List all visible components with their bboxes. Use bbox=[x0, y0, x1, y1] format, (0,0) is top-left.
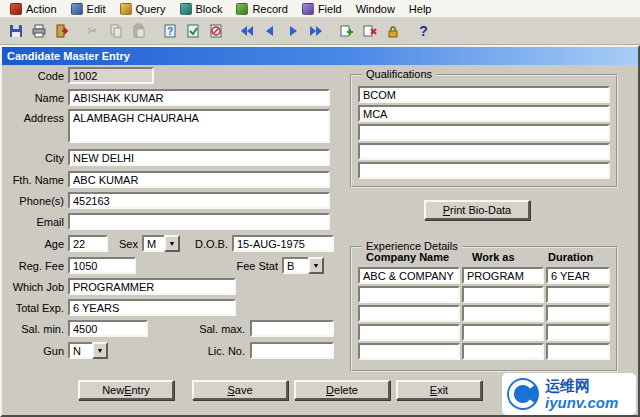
menu-block[interactable]: Block bbox=[173, 0, 230, 17]
dropdown-arrow-icon[interactable]: ▼ bbox=[308, 257, 324, 274]
previous-block-button[interactable] bbox=[235, 20, 258, 42]
fth-name-label: Fth. Name bbox=[4, 174, 64, 186]
remove-record-button[interactable] bbox=[358, 20, 381, 42]
experience-workas-field[interactable] bbox=[462, 324, 544, 341]
gun-value: N bbox=[68, 342, 92, 359]
experience-workas-field[interactable]: PROGRAM bbox=[462, 267, 544, 284]
field-menu-icon bbox=[302, 3, 314, 15]
which-job-field[interactable]: PROGRAMMER bbox=[68, 278, 236, 295]
cancel-query-icon bbox=[208, 23, 224, 39]
menu-action[interactable]: Action bbox=[3, 0, 64, 17]
qualification-field[interactable] bbox=[358, 143, 610, 160]
reg-fee-label: Reg. Fee bbox=[4, 260, 64, 272]
menu-bar: Action Edit Query Block Record Field Win… bbox=[0, 0, 640, 18]
menu-record[interactable]: Record bbox=[229, 0, 294, 17]
qualification-field[interactable] bbox=[358, 124, 610, 141]
qualification-field[interactable] bbox=[358, 162, 610, 179]
remove-record-icon bbox=[362, 23, 378, 39]
total-exp-field[interactable]: 6 YEARS bbox=[68, 299, 236, 316]
address-label: Address bbox=[4, 112, 64, 124]
exit-icon bbox=[54, 23, 70, 39]
email-field[interactable] bbox=[68, 213, 330, 230]
experience-duration-field[interactable] bbox=[546, 305, 610, 322]
exit-entry-button[interactable]: Exit bbox=[396, 380, 482, 400]
watermark-domain-text: iyunv.com bbox=[545, 394, 618, 411]
phones-field[interactable]: 452163 bbox=[68, 192, 330, 209]
gun-combo[interactable]: N ▼ bbox=[68, 342, 108, 359]
paste-button bbox=[127, 20, 150, 42]
insert-record-button[interactable] bbox=[335, 20, 358, 42]
record-menu-icon bbox=[236, 3, 248, 15]
toolbar-separator bbox=[73, 20, 81, 42]
delete-entry-button[interactable]: Delete bbox=[294, 380, 390, 400]
fth-name-field[interactable]: ABC KUMAR bbox=[68, 171, 330, 188]
execute-query-button[interactable] bbox=[181, 20, 204, 42]
experience-duration-field[interactable]: 6 YEAR bbox=[546, 267, 610, 284]
menu-help[interactable]: Help bbox=[402, 0, 439, 17]
company-name-header: Company Name bbox=[366, 251, 449, 263]
age-field[interactable]: 22 bbox=[68, 235, 108, 252]
next-record-button[interactable] bbox=[281, 20, 304, 42]
previous-record-icon bbox=[262, 23, 278, 39]
edit-menu-icon bbox=[71, 3, 83, 15]
experience-duration-field[interactable] bbox=[546, 343, 610, 360]
experience-company-field[interactable] bbox=[358, 343, 460, 360]
dropdown-arrow-icon[interactable]: ▼ bbox=[164, 235, 180, 252]
experience-duration-field[interactable] bbox=[546, 286, 610, 303]
menu-query[interactable]: Query bbox=[113, 0, 173, 17]
lock-record-icon bbox=[385, 23, 401, 39]
help-button[interactable]: ? bbox=[412, 20, 435, 42]
experience-company-field[interactable] bbox=[358, 324, 460, 341]
toolbar-separator bbox=[150, 20, 158, 42]
query-menu-icon bbox=[120, 3, 132, 15]
cancel-query-button[interactable] bbox=[204, 20, 227, 42]
lock-record-button[interactable] bbox=[381, 20, 404, 42]
previous-record-button[interactable] bbox=[258, 20, 281, 42]
experience-company-field[interactable]: ABC & COMPANY bbox=[358, 267, 460, 284]
help-icon: ? bbox=[419, 23, 428, 39]
name-field[interactable]: ABISHAK KUMAR bbox=[68, 89, 330, 106]
enter-query-button[interactable]: ? bbox=[158, 20, 181, 42]
address-field[interactable]: ALAMBAGH CHAURAHA bbox=[68, 109, 330, 143]
window-titlebar[interactable]: Candidate Master Entry bbox=[2, 47, 638, 65]
phones-label: Phone(s) bbox=[4, 195, 64, 207]
dob-field[interactable]: 15-AUG-1975 bbox=[232, 235, 334, 252]
lic-no-field[interactable] bbox=[250, 342, 334, 359]
experience-duration-field[interactable] bbox=[546, 324, 610, 341]
form-canvas: Code Name Address City Fth. Name Phone(s… bbox=[2, 65, 638, 415]
experience-company-field[interactable] bbox=[358, 286, 460, 303]
experience-workas-field[interactable] bbox=[462, 305, 544, 322]
menu-action-label: Action bbox=[26, 3, 57, 15]
experience-workas-field[interactable] bbox=[462, 343, 544, 360]
sal-max-field[interactable] bbox=[250, 320, 334, 337]
menu-window[interactable]: Window bbox=[349, 0, 402, 17]
exit-button[interactable] bbox=[50, 20, 73, 42]
city-label: City bbox=[4, 152, 64, 164]
new-entry-button[interactable]: New Entry bbox=[78, 380, 174, 400]
name-label: Name bbox=[4, 92, 64, 104]
menu-edit[interactable]: Edit bbox=[64, 0, 113, 17]
lic-no-label: Lic. No. bbox=[183, 345, 245, 357]
menu-field[interactable]: Field bbox=[295, 0, 349, 17]
experience-company-field[interactable] bbox=[358, 305, 460, 322]
fee-stat-combo[interactable]: B ▼ bbox=[282, 257, 324, 274]
print-biodata-button[interactable]: Print Bio-Data bbox=[424, 200, 530, 220]
experience-workas-field[interactable] bbox=[462, 286, 544, 303]
dropdown-arrow-icon[interactable]: ▼ bbox=[92, 342, 108, 359]
reg-fee-field[interactable]: 1050 bbox=[68, 257, 136, 274]
save-button[interactable] bbox=[4, 20, 27, 42]
sal-min-field[interactable]: 4500 bbox=[68, 320, 148, 337]
qualification-field[interactable]: BCOM bbox=[358, 86, 610, 103]
menu-help-label: Help bbox=[409, 3, 432, 15]
svg-text:?: ? bbox=[167, 26, 173, 37]
next-block-button[interactable] bbox=[304, 20, 327, 42]
age-label: Age bbox=[4, 238, 64, 250]
email-label: Email bbox=[4, 216, 64, 228]
qualification-field[interactable]: MCA bbox=[358, 105, 610, 122]
dob-label: D.O.B. bbox=[182, 238, 228, 250]
work-as-header: Work as bbox=[472, 251, 515, 263]
sex-combo[interactable]: M ▼ bbox=[142, 235, 180, 252]
city-field[interactable]: NEW DELHI bbox=[68, 149, 330, 166]
print-button[interactable] bbox=[27, 20, 50, 42]
save-entry-button[interactable]: Save bbox=[192, 380, 288, 400]
